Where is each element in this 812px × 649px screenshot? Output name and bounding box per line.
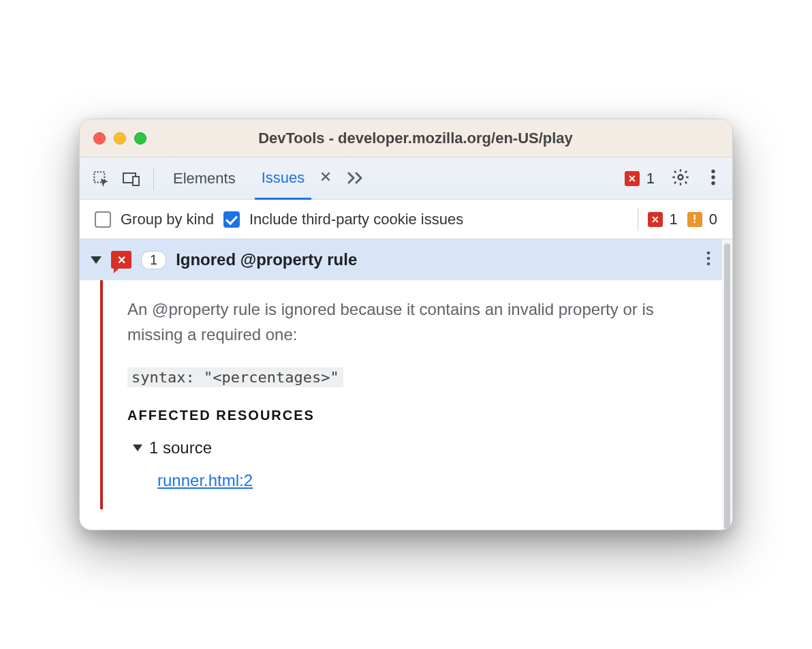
zoom-window-button[interactable] xyxy=(134,132,146,145)
tab-issues[interactable]: Issues xyxy=(255,158,312,200)
error-chat-icon: ✕ xyxy=(111,251,131,269)
window-titlebar: DevTools - developer.mozilla.org/en-US/p… xyxy=(80,119,732,157)
affected-source-toggle[interactable]: 1 source xyxy=(133,438,703,457)
svg-point-8 xyxy=(707,257,710,260)
svg-point-6 xyxy=(711,181,715,184)
issue-header[interactable]: ✕ 1 Ignored @property rule xyxy=(80,239,722,280)
divider xyxy=(638,208,638,231)
tabbar-error-indicator[interactable]: ✕ 1 xyxy=(625,170,655,187)
chevron-down-icon xyxy=(133,444,142,451)
affected-resources-heading: Affected Resources xyxy=(127,408,703,423)
more-tabs-icon[interactable] xyxy=(347,170,367,187)
error-icon: ✕ xyxy=(625,171,640,186)
issues-filterbar: Group by kind Include third-party cookie… xyxy=(80,200,732,239)
third-party-checkbox[interactable] xyxy=(223,211,240,228)
error-icon: ✕ xyxy=(648,212,663,227)
third-party-label: Include third-party cookie issues xyxy=(249,211,463,228)
scrollbar[interactable] xyxy=(722,239,732,530)
warn-icon: ! xyxy=(687,212,702,227)
filter-warn-count: 0 xyxy=(709,211,717,228)
divider xyxy=(153,167,154,190)
close-window-button[interactable] xyxy=(93,132,106,145)
expand-icon xyxy=(91,256,102,264)
filter-error-indicator[interactable]: ✕ 1 xyxy=(648,211,678,228)
close-tab-icon[interactable] xyxy=(319,170,332,186)
window-title: DevTools - developer.mozilla.org/en-US/p… xyxy=(167,130,719,147)
issue-menu-icon[interactable] xyxy=(706,250,711,269)
minimize-window-button[interactable] xyxy=(114,132,126,145)
source-link[interactable]: runner.html:2 xyxy=(157,471,253,489)
svg-point-4 xyxy=(711,169,715,172)
issue-description: An @property rule is ignored because it … xyxy=(127,297,703,347)
source-count-label: 1 source xyxy=(149,438,212,457)
more-menu-icon[interactable] xyxy=(706,164,720,193)
main-tabstrip: Elements Issues ✕ 1 xyxy=(80,157,732,200)
filter-error-count: 1 xyxy=(670,211,678,228)
issues-content: ✕ 1 Ignored @property rule An @property … xyxy=(80,239,732,530)
filter-warn-indicator[interactable]: ! 0 xyxy=(687,211,717,228)
inspect-element-icon[interactable] xyxy=(92,170,110,187)
group-by-kind-checkbox[interactable] xyxy=(95,211,111,228)
group-by-kind-label: Group by kind xyxy=(121,211,214,228)
traffic-lights xyxy=(93,132,146,145)
settings-icon[interactable] xyxy=(667,164,694,194)
scrollbar-thumb[interactable] xyxy=(724,243,730,530)
issue-body: An @property rule is ignored because it … xyxy=(80,280,722,509)
svg-rect-2 xyxy=(133,177,139,185)
issue-count-pill: 1 xyxy=(141,251,166,269)
svg-point-3 xyxy=(678,175,683,179)
device-toggle-icon[interactable] xyxy=(122,170,141,187)
svg-point-9 xyxy=(707,262,710,266)
issue-title: Ignored @property rule xyxy=(176,250,696,269)
error-count: 1 xyxy=(646,170,655,187)
issue-code: syntax: "<percentages>" xyxy=(127,367,343,387)
tab-elements[interactable]: Elements xyxy=(166,157,243,199)
devtools-window: DevTools - developer.mozilla.org/en-US/p… xyxy=(79,119,733,530)
svg-point-7 xyxy=(707,252,710,255)
issues-main: ✕ 1 Ignored @property rule An @property … xyxy=(80,239,722,530)
svg-point-5 xyxy=(711,175,715,179)
